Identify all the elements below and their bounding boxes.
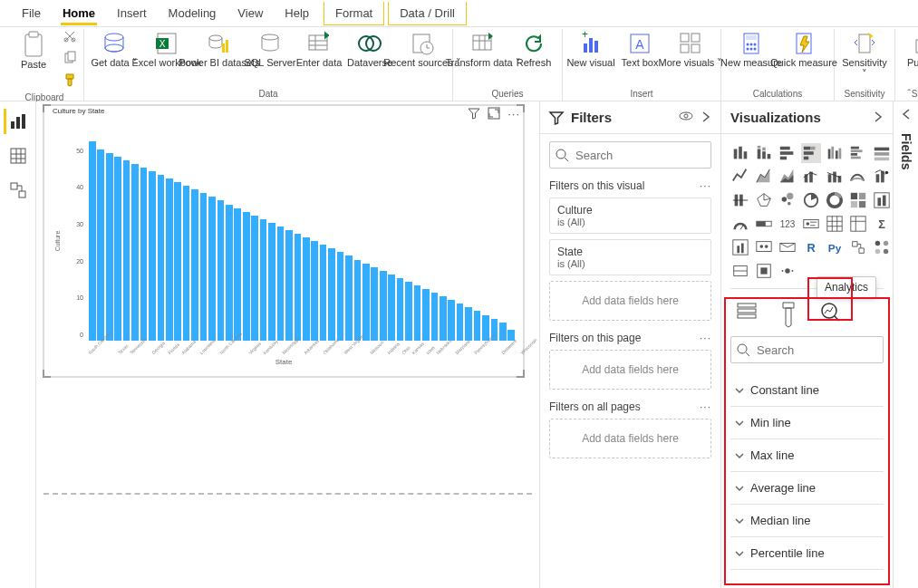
visual-type-tile[interactable] — [872, 237, 892, 257]
chart-bar[interactable] — [371, 267, 378, 341]
quick-measure-button[interactable]: Quick measure — [779, 29, 828, 71]
chart-bar[interactable] — [465, 307, 472, 341]
chart-bar[interactable] — [114, 157, 121, 341]
visual-type-tile[interactable] — [778, 143, 797, 163]
tab-home[interactable]: Home — [52, 2, 106, 24]
analytics-option[interactable]: Average line — [730, 472, 884, 505]
visual-type-tile[interactable] — [872, 143, 892, 163]
sensitivity-button[interactable]: Sensitivity˅ — [840, 29, 889, 81]
chart-bar[interactable] — [457, 304, 464, 341]
visual-type-tile[interactable] — [754, 237, 774, 257]
chart-bar[interactable] — [499, 323, 507, 341]
transform-data-button[interactable]: Transform data ˅ — [459, 29, 507, 71]
chart-bar[interactable] — [328, 248, 335, 341]
analytics-search-input[interactable] — [755, 342, 893, 358]
visual-type-tile[interactable] — [801, 143, 821, 163]
visual-type-tile[interactable] — [730, 190, 750, 210]
cut-button[interactable] — [60, 29, 80, 49]
visual-type-tile[interactable] — [778, 261, 797, 281]
model-view-button[interactable] — [5, 178, 31, 203]
sql-server-button[interactable]: SQL Server — [247, 29, 293, 71]
visual-type-tile[interactable] — [848, 190, 868, 210]
visual-type-tile[interactable]: 123 — [778, 214, 797, 234]
visual-type-tile[interactable] — [730, 143, 750, 163]
analytics-option[interactable]: Min line — [730, 407, 884, 439]
enter-data-button[interactable]: Enter data — [296, 29, 342, 71]
report-canvas[interactable]: Culture by State ··· Culture 01020304050… — [36, 101, 539, 588]
visual-type-tile[interactable] — [848, 143, 868, 163]
analytics-option[interactable]: Median line — [730, 505, 884, 537]
chart-bar[interactable] — [303, 237, 310, 341]
tab-format[interactable]: Format — [324, 2, 384, 25]
visual-type-tile[interactable] — [730, 237, 750, 257]
chart-bar[interactable] — [200, 193, 208, 341]
chart-bar[interactable] — [166, 178, 173, 341]
analytics-option[interactable]: Constant line — [730, 374, 884, 407]
copy-button[interactable] — [60, 51, 80, 71]
filters-on-visual-more[interactable]: ··· — [700, 179, 711, 192]
visual-type-tile[interactable] — [825, 143, 845, 163]
visual-type-tile[interactable] — [872, 167, 892, 187]
tab-modeling[interactable]: Modeling — [158, 2, 227, 24]
filters-search[interactable] — [549, 141, 711, 169]
chart-bar[interactable] — [474, 311, 481, 341]
chart-bar[interactable] — [97, 149, 104, 341]
filters-all-dropzone[interactable]: Add data fields here — [549, 419, 711, 458]
visual-type-tile[interactable] — [754, 261, 774, 281]
analytics-mode-button[interactable] — [814, 298, 846, 323]
visual-type-tile[interactable]: Py — [825, 237, 845, 257]
new-measure-button[interactable]: New measure — [727, 29, 776, 71]
fields-title[interactable]: Fields — [899, 133, 913, 169]
visual-type-tile[interactable] — [754, 214, 774, 234]
chart-bar[interactable] — [131, 164, 139, 341]
visual-type-tile[interactable] — [848, 214, 868, 234]
new-visual-button[interactable]: + New visual — [568, 29, 614, 71]
chart-bar[interactable] — [277, 227, 285, 341]
visual-type-tile[interactable] — [778, 167, 797, 187]
filters-page-dropzone[interactable]: Add data fields here — [549, 350, 711, 390]
analytics-option[interactable]: Percentile line — [730, 537, 884, 570]
visual-type-tile[interactable] — [872, 190, 892, 210]
format-mode-button[interactable] — [772, 298, 805, 323]
analytics-search[interactable] — [730, 336, 884, 363]
chart-bar[interactable] — [260, 219, 267, 341]
tab-view[interactable]: View — [227, 2, 274, 24]
visualizations-collapse-icon[interactable] — [873, 110, 884, 125]
chart-bar[interactable] — [295, 234, 302, 341]
report-view-button[interactable] — [4, 109, 29, 134]
filters-on-all-more[interactable]: ··· — [700, 400, 711, 413]
selected-visual[interactable]: Culture by State ··· Culture 01020304050… — [43, 105, 524, 377]
chart-bar[interactable] — [226, 205, 233, 341]
tab-data-drill[interactable]: Data / Drill — [388, 2, 467, 25]
chart-bar[interactable] — [320, 245, 327, 341]
visual-type-tile[interactable] — [825, 214, 845, 234]
chart-bar[interactable] — [268, 223, 275, 341]
filters-on-page-more[interactable]: ··· — [700, 332, 711, 344]
chart-bar[interactable] — [174, 182, 181, 341]
paste-button[interactable]: Paste — [11, 29, 56, 72]
chart-bar[interactable] — [89, 141, 96, 341]
fields-mode-button[interactable] — [730, 298, 763, 323]
chart-bar[interactable] — [183, 186, 190, 341]
visual-type-tile[interactable] — [754, 190, 774, 210]
chart-bar[interactable] — [243, 212, 250, 341]
chart-bar[interactable] — [191, 189, 198, 341]
chart-bar[interactable] — [388, 275, 395, 341]
chart-bar[interactable] — [123, 160, 130, 341]
chart-bar[interactable] — [217, 200, 225, 341]
chart-bar[interactable] — [140, 168, 148, 341]
chart-bar[interactable] — [405, 282, 412, 341]
filters-visibility-icon[interactable] — [679, 109, 693, 126]
visual-type-tile[interactable] — [730, 167, 750, 187]
visual-type-tile[interactable] — [848, 167, 868, 187]
visual-type-tile[interactable] — [754, 143, 774, 163]
visual-type-tile[interactable] — [730, 261, 750, 281]
visual-type-tile[interactable] — [825, 190, 845, 210]
data-view-button[interactable] — [5, 143, 31, 169]
visual-type-tile[interactable] — [801, 214, 821, 234]
visual-type-tile[interactable] — [778, 237, 797, 257]
visual-type-tile[interactable] — [778, 190, 797, 210]
chart-bar[interactable] — [149, 171, 156, 341]
chart-bar[interactable] — [345, 255, 353, 341]
refresh-button[interactable]: Refresh — [511, 29, 556, 71]
